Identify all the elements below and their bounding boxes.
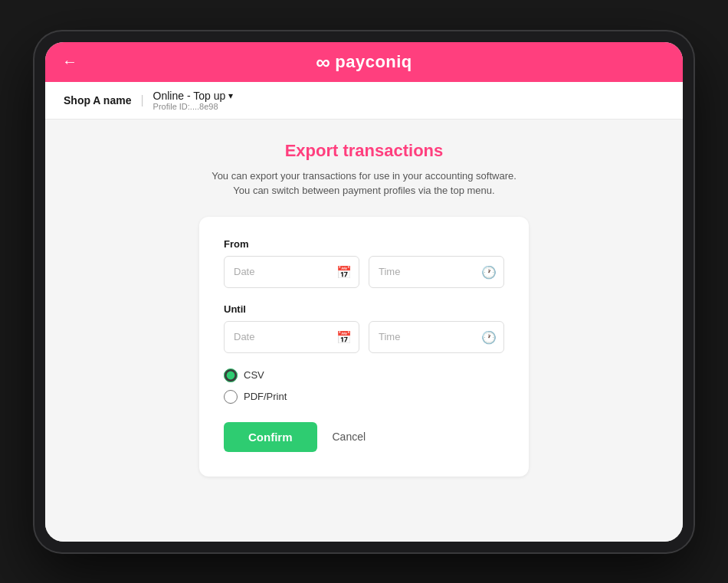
pdf-label: PDF/Print — [244, 391, 287, 402]
logo: ∞ payconiq — [316, 52, 412, 72]
from-label: From — [224, 238, 504, 250]
format-group: CSV PDF/Print — [224, 368, 504, 404]
until-time-wrapper: 🕐 — [369, 321, 504, 353]
profile-section: Online - Top up ▾ Profile ID:....8e98 — [153, 90, 234, 111]
top-bar: ← ∞ payconiq — [45, 42, 683, 82]
from-time-input[interactable] — [369, 256, 504, 288]
logo-text: payconiq — [335, 52, 412, 72]
tablet-frame: ← ∞ payconiq Shop A name | Online - Top … — [34, 31, 694, 552]
confirm-button[interactable]: Confirm — [224, 422, 317, 452]
form-card: From 📅 🕐 Until — [199, 217, 529, 477]
until-label: Until — [224, 303, 504, 315]
chevron-down-icon: ▾ — [228, 90, 233, 101]
button-row: Confirm Cancel — [224, 422, 504, 452]
from-date-wrapper: 📅 — [224, 256, 359, 288]
until-group: Until 📅 🕐 — [224, 303, 504, 353]
tablet-screen: ← ∞ payconiq Shop A name | Online - Top … — [45, 42, 683, 542]
sub-header: Shop A name | Online - Top up ▾ Profile … — [45, 82, 683, 120]
until-date-wrapper: 📅 — [224, 321, 359, 353]
from-group: From 📅 🕐 — [224, 238, 504, 288]
page-title: Export transactions — [285, 141, 444, 161]
logo-icon: ∞ — [316, 52, 330, 72]
profile-selector[interactable]: Online - Top up ▾ — [153, 90, 234, 102]
divider: | — [140, 93, 143, 107]
from-date-input[interactable] — [224, 256, 359, 288]
csv-option[interactable]: CSV — [224, 368, 504, 382]
csv-radio[interactable] — [224, 368, 238, 382]
profile-id: Profile ID:....8e98 — [153, 102, 234, 111]
back-button[interactable]: ← — [57, 50, 82, 74]
from-time-wrapper: 🕐 — [369, 256, 504, 288]
cancel-button[interactable]: Cancel — [333, 431, 366, 443]
from-row: 📅 🕐 — [224, 256, 504, 288]
profile-name: Online - Top up — [153, 90, 226, 102]
page-description: You can export your transactions for use… — [212, 169, 516, 198]
pdf-option[interactable]: PDF/Print — [224, 390, 504, 404]
back-icon: ← — [62, 53, 77, 70]
until-row: 📅 🕐 — [224, 321, 504, 353]
until-time-input[interactable] — [369, 321, 504, 353]
csv-label: CSV — [244, 369, 264, 381]
main-content: Export transactions You can export your … — [45, 120, 683, 542]
pdf-radio[interactable] — [224, 390, 238, 404]
shop-name: Shop A name — [64, 94, 131, 106]
until-date-input[interactable] — [224, 321, 359, 353]
